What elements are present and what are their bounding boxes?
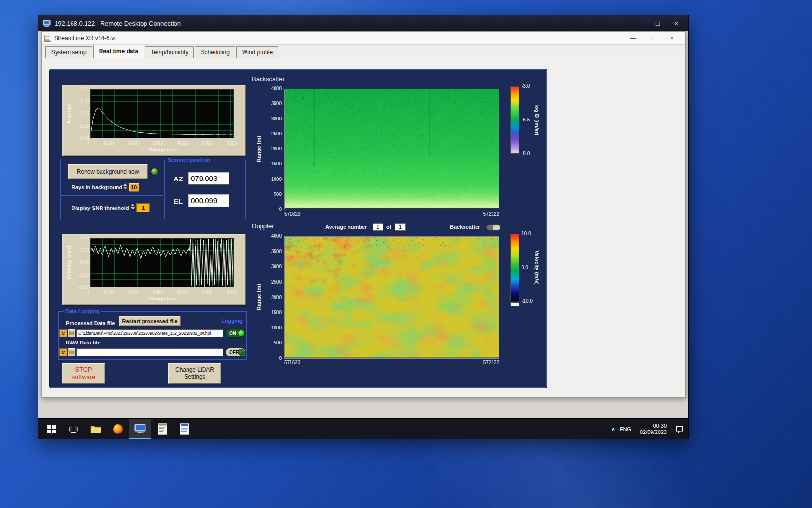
tab-real-time-data[interactable]: Real time data	[93, 45, 144, 58]
of-label: of	[386, 224, 391, 230]
doppler-heatmap[interactable]	[284, 236, 499, 359]
tick-label: 0.0	[522, 265, 528, 270]
ascope-x-ticks: 0100020003000400050006000	[87, 140, 237, 146]
velocity-y-axis-label: Velocity (m/s)	[66, 246, 72, 280]
pinned-app-button[interactable]	[174, 419, 196, 439]
windows-logo-icon	[47, 425, 56, 433]
backscatter-toggle-label: Backscatter	[450, 224, 480, 230]
snr-spinner[interactable]	[130, 203, 135, 210]
start-button[interactable]	[40, 419, 62, 439]
streamline-window: StreamLine XR v14-6.vi — □ × System setu…	[41, 31, 686, 398]
toggle-knob	[238, 330, 245, 337]
tab-wind-profile[interactable]: Wind profile	[236, 46, 278, 58]
raw-path-browse-button[interactable]	[68, 348, 75, 356]
processed-path-drive-label: C	[59, 329, 67, 337]
app-close-button[interactable]: ×	[662, 32, 682, 45]
tick-label: 4000	[271, 234, 282, 239]
snr-threshold-value[interactable]: 1	[136, 203, 150, 212]
tick-label: 2.50	[80, 248, 89, 253]
firefox-button[interactable]	[107, 419, 129, 439]
azimuth-label: AZ	[174, 175, 183, 183]
app-restore-button[interactable]: □	[643, 32, 662, 45]
tick-label: 1000	[103, 289, 114, 295]
average-total-value[interactable]: 1	[395, 223, 406, 231]
folder-icon	[90, 425, 101, 433]
velocity-plot[interactable]	[90, 238, 234, 287]
backscatter-colorbar-label: log B (/m/sr)	[534, 105, 540, 135]
tick-label: 6000	[227, 140, 237, 146]
tick-label: 1.15	[80, 99, 89, 104]
processed-path-browse-button[interactable]	[68, 329, 75, 337]
tab-temp-humidity[interactable]: Temp/humidity	[145, 46, 194, 58]
raw-data-file-path[interactable]	[76, 348, 223, 356]
tick-label: 500	[274, 192, 282, 197]
tick-label: 5000	[202, 289, 213, 295]
tick-label: 10.0	[522, 231, 531, 236]
doppler-heatmap-image	[285, 237, 499, 358]
taskbar-clock[interactable]: 00:30 02/09/2023	[632, 419, 667, 439]
raw-logging-toggle[interactable]: OFF	[225, 348, 246, 357]
streamline-titlebar[interactable]: StreamLine XR v14-6.vi — □ ×	[42, 32, 685, 45]
task-view-button[interactable]	[62, 419, 85, 439]
tick-label: 5.00	[80, 236, 89, 240]
backscatter-heatmap[interactable]	[284, 89, 499, 209]
remote-desktop-icon	[134, 424, 146, 433]
app-minimize-button[interactable]: —	[624, 32, 643, 45]
stop-software-button[interactable]: STOP software	[62, 363, 105, 384]
backscatter-heatmap-image	[285, 89, 499, 209]
raw-data-file-label: RAW Data file	[66, 340, 101, 345]
doppler-y-axis-label: Range (m)	[256, 284, 261, 310]
rays-spinner[interactable]	[123, 183, 128, 190]
remote-desktop-area: StreamLine XR v14-6.vi — □ × System setu…	[38, 31, 688, 439]
rdp-window: 192.168.0.122 - Remote Desktop Connectio…	[38, 15, 689, 439]
rdp-maximize-button[interactable]: □	[649, 15, 667, 31]
rdp-titlebar[interactable]: 192.168.0.122 - Remote Desktop Connectio…	[38, 15, 688, 31]
scan-scheduler-button[interactable]	[151, 419, 174, 439]
tick-label: 0	[87, 140, 89, 146]
tick-label: 3500	[271, 101, 282, 106]
renew-background-button[interactable]: Renew background now	[68, 164, 148, 179]
rdp-window-controls: — □ ×	[630, 15, 685, 31]
language-indicator[interactable]: ENG	[618, 419, 633, 439]
doppler-x-end: 572122	[478, 360, 499, 365]
velocity-x-axis-label: Range (m)	[90, 296, 234, 301]
tray-expand-chevron[interactable]: ∧	[608, 419, 619, 439]
processed-logging-toggle[interactable]: ON	[225, 329, 246, 338]
action-center-button[interactable]	[672, 419, 687, 439]
streamline-window-title: StreamLine XR v14-6.vi	[54, 35, 116, 42]
processed-data-file-label: Processed Data file	[66, 320, 115, 326]
folder-icon	[69, 350, 74, 354]
velocity-x-ticks: 0100020003000400050006000	[87, 289, 237, 295]
ascope-plot[interactable]	[90, 89, 234, 138]
doppler-x-start: 571623	[284, 360, 300, 365]
data-logging-title: Data Logging	[64, 308, 101, 314]
front-panel: A-scope 1.201.151.101.050.99 01000200030…	[42, 58, 685, 397]
tick-label: 1.05	[80, 124, 89, 129]
tick-label: 3000	[153, 289, 163, 295]
raw-path-drive-label: C	[59, 348, 67, 356]
restart-processed-file-button[interactable]: Restart processed file	[119, 316, 181, 326]
remote-desktop-taskbar-button[interactable]	[129, 419, 151, 439]
elevation-value[interactable]: 000.099	[188, 194, 229, 207]
velocity-colorbar	[510, 234, 519, 301]
rdp-minimize-button[interactable]: —	[630, 15, 649, 31]
rdp-close-button[interactable]: ×	[667, 15, 685, 31]
tick-label: -10.0	[522, 299, 533, 304]
tick-label: 1500	[271, 310, 282, 315]
tab-system-setup[interactable]: System setup	[45, 46, 92, 58]
change-lidar-settings-button[interactable]: Change LiDAR Settings	[168, 363, 221, 384]
tick-label: 3000	[271, 117, 282, 121]
processed-data-file-path[interactable]: C:\Lidar\Data\Proc\2023\202309\20230902\…	[76, 329, 223, 337]
background-status-led	[151, 168, 159, 176]
tick-label: 0	[279, 356, 282, 361]
file-explorer-button[interactable]	[85, 419, 107, 439]
tick-label: 3000	[271, 264, 282, 269]
rays-in-background-value[interactable]: 10	[129, 183, 139, 192]
tick-label: 500	[274, 341, 282, 345]
tick-label: 2000	[128, 289, 138, 295]
tab-scheduling[interactable]: Scheduling	[195, 46, 235, 58]
average-number-value[interactable]: 1	[373, 223, 383, 231]
azimuth-value[interactable]: 079.003	[188, 172, 229, 185]
firefox-icon	[113, 424, 123, 434]
backscatter-display-toggle[interactable]	[486, 224, 501, 231]
